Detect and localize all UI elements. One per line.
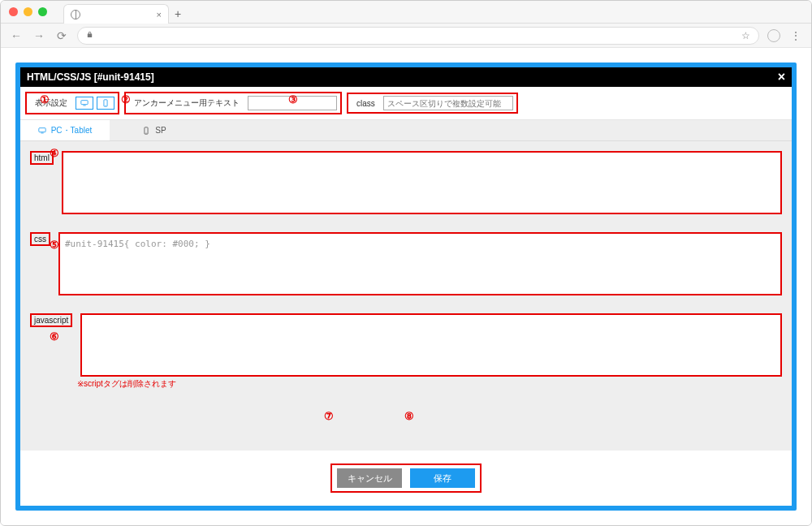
svg-rect-0 (81, 101, 88, 105)
forward-button[interactable]: → (32, 29, 46, 42)
device-tabs: PC・Tablet SP (20, 120, 792, 141)
js-textarea[interactable] (80, 313, 782, 377)
save-button[interactable]: 保存 (410, 468, 475, 488)
page-viewport: HTML/CSS/JS [#unit-91415] × 表示設定 (1, 48, 811, 525)
lock-icon (86, 31, 93, 40)
svg-point-7 (146, 132, 147, 133)
close-tab-icon[interactable]: × (157, 10, 162, 19)
close-window-button[interactable] (9, 7, 18, 16)
js-label: javascript (30, 313, 72, 327)
class-label: class (352, 97, 380, 110)
html-block: html (30, 151, 782, 214)
svg-rect-4 (39, 127, 45, 132)
dialog-footer: キャンセル 保存 (20, 451, 792, 506)
cancel-button[interactable]: キャンセル (337, 468, 402, 488)
dialog-panel: HTML/CSS/JS [#unit-91415] × 表示設定 (15, 63, 797, 511)
js-note: ※scriptタグは削除されます (77, 378, 782, 390)
dialog-close-button[interactable]: × (778, 70, 785, 84)
back-button[interactable]: ← (9, 29, 24, 42)
button-row: キャンセル 保存 (330, 463, 482, 493)
css-textarea[interactable] (58, 232, 782, 295)
traffic-lights (9, 7, 47, 16)
svg-rect-1 (83, 106, 85, 106)
html-textarea[interactable] (62, 151, 782, 214)
titlebar: × + (1, 1, 811, 24)
tab-pc-tablet[interactable]: PC・Tablet (20, 120, 110, 140)
minimize-window-button[interactable] (24, 7, 32, 16)
browser-tab[interactable]: × (63, 4, 169, 24)
address-bar[interactable]: ☆ (77, 27, 759, 45)
maximize-window-button[interactable] (38, 7, 47, 16)
browser-toolbar: ← → ⟳ ☆ ⋮ (1, 24, 811, 48)
dialog-title: HTML/CSS/JS [#unit-91415] (27, 71, 154, 83)
new-tab-button[interactable]: + (169, 5, 187, 23)
svg-rect-5 (41, 132, 43, 133)
class-group: class (347, 93, 518, 114)
css-label: css (30, 232, 50, 246)
browser-window: × + ← → ⟳ ☆ ⋮ HTML/CSS/JS [#unit-91415] … (0, 0, 812, 526)
dialog-header: HTML/CSS/JS [#unit-91415] × (20, 67, 792, 87)
globe-icon (71, 10, 80, 19)
reload-button[interactable]: ⟳ (54, 29, 69, 42)
tab-pc-label: PC・Tablet (51, 125, 93, 136)
annotation-8: ⑧ (404, 410, 414, 422)
annotation-4: ④ (50, 147, 59, 159)
bookmark-star-icon[interactable]: ☆ (741, 30, 750, 41)
annotation-6: ⑥ (50, 330, 59, 343)
code-area: html css javascript ※scriptタグは削除されます (20, 141, 792, 451)
display-mobile-button[interactable] (97, 97, 114, 110)
settings-bar: 表示設定 アンカーメニュー用テキスト class (20, 87, 792, 120)
profile-button[interactable] (767, 29, 780, 42)
tab-sp-label: SP (155, 126, 166, 135)
anchor-label: アンカーメニュー用テキスト (129, 95, 244, 111)
annotation-2: ② (121, 93, 131, 106)
class-input[interactable] (383, 96, 513, 110)
css-block: css (30, 232, 782, 295)
menu-button[interactable]: ⋮ (788, 29, 803, 42)
js-block: javascript (30, 313, 782, 377)
display-desktop-button[interactable] (76, 97, 93, 110)
annotation-5: ⑤ (50, 239, 59, 251)
anchor-text-group: アンカーメニュー用テキスト (124, 92, 342, 114)
annotation-3: ③ (288, 93, 298, 106)
svg-point-3 (106, 105, 106, 106)
annotation-7: ⑦ (324, 410, 334, 422)
annotation-1: ① (40, 93, 50, 106)
display-label: 表示設定 (30, 95, 72, 111)
tab-sp[interactable]: SP (110, 120, 199, 140)
